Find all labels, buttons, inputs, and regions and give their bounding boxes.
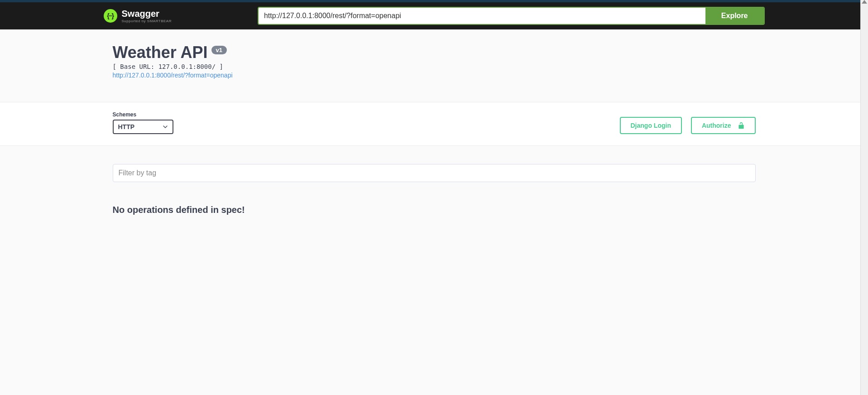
scroll-up-arrow-icon[interactable] [862,0,867,4]
logo-title: Swagger [122,9,172,18]
schemes-select[interactable]: HTTP [113,120,173,134]
version-badge: v1 [211,46,227,54]
browser-scrollbar[interactable] [860,0,868,238]
authorize-button[interactable]: Authorize [691,117,756,134]
django-login-label: Django Login [631,122,671,129]
logo-subtitle: Supported by SMARTBEAR [122,19,172,23]
swagger-logo-icon: {··} [104,9,117,23]
base-url-text: [ Base URL: 127.0.0.1:8000/ ] [113,63,756,70]
no-operations-message: No operations defined in spec! [113,182,756,238]
schemes-label: Schemes [113,111,173,118]
topbar: {··} Swagger Supported by SMARTBEAR Expl… [0,2,868,29]
explore-button[interactable]: Explore [705,8,764,24]
spec-url-input[interactable] [259,8,705,24]
filter-input[interactable] [113,164,756,182]
api-title: Weather API [113,43,208,62]
django-login-button[interactable]: Django Login [620,117,682,134]
braces-icon: {··} [107,12,114,19]
swagger-logo[interactable]: {··} Swagger Supported by SMARTBEAR [104,9,172,23]
authorize-label: Authorize [702,122,731,129]
unlock-icon [738,121,745,130]
spec-link[interactable]: http://127.0.0.1:8000/rest/?format=opena… [113,72,233,79]
url-input-wrapper: Explore [258,7,765,25]
